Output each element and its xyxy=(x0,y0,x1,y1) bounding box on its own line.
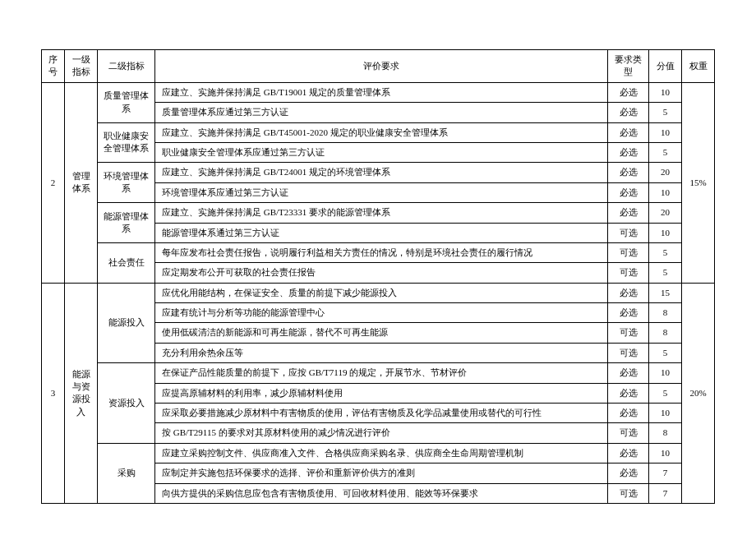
cell-weight: 15% xyxy=(682,82,715,283)
cell-type: 必选 xyxy=(608,182,649,202)
cell-lvl2: 质量管理体系 xyxy=(98,82,155,122)
header-seq: 序号 xyxy=(42,50,65,83)
cell-requirement: 应建立、实施并保持满足 GB/T23331 要求的能源管理体系 xyxy=(155,203,608,223)
cell-lvl2: 采购 xyxy=(98,443,155,503)
cell-type: 必选 xyxy=(608,363,649,383)
cell-requirement: 应建有统计与分析等功能的能源管理中心 xyxy=(155,303,608,323)
cell-score: 8 xyxy=(649,303,682,323)
cell-score: 5 xyxy=(649,103,682,122)
cell-lvl2: 职业健康安全管理体系 xyxy=(98,122,155,163)
cell-score: 10 xyxy=(649,443,682,463)
cell-score: 5 xyxy=(649,343,682,362)
table-row: 职业健康安全管理体系应建立、实施并保持满足 GB/T45001-2020 规定的… xyxy=(42,122,715,142)
cell-type: 必选 xyxy=(608,283,649,302)
cell-lvl2: 能源管理体系 xyxy=(98,203,155,243)
header-req: 评价要求 xyxy=(155,50,608,83)
cell-requirement: 应定期发布公开可获取的社会责任报告 xyxy=(155,263,608,283)
cell-lvl2: 能源投入 xyxy=(98,283,155,363)
cell-type: 可选 xyxy=(608,343,649,362)
cell-score: 10 xyxy=(649,82,682,102)
cell-type: 必选 xyxy=(608,303,649,323)
table-row: 能源管理体系应建立、实施并保持满足 GB/T23331 要求的能源管理体系必选2… xyxy=(42,203,715,223)
table-row: 采购应建立采购控制文件、供应商准入文件、合格供应商采购名录、供应商全生命周期管理… xyxy=(42,443,715,463)
table-header-row: 序号 一级指标 二级指标 评价要求 要求类型 分值 权重 xyxy=(42,50,715,83)
cell-score: 8 xyxy=(649,323,682,343)
header-weight: 权重 xyxy=(682,50,715,83)
cell-score: 5 xyxy=(649,242,682,262)
cell-lvl2: 环境管理体系 xyxy=(98,163,155,203)
cell-type: 可选 xyxy=(608,423,649,443)
cell-type: 可选 xyxy=(608,483,649,503)
cell-requirement: 应采取必要措施减少原材料中有害物质的使用，评估有害物质及化学品减量使用或替代的可… xyxy=(155,404,608,423)
cell-type: 可选 xyxy=(608,263,649,283)
cell-type: 可选 xyxy=(608,323,649,343)
cell-score: 15 xyxy=(649,283,682,302)
cell-requirement: 应建立、实施并保持满足 GB/T45001-2020 规定的职业健康安全管理体系 xyxy=(155,122,608,142)
cell-type: 必选 xyxy=(608,122,649,142)
cell-requirement: 充分利用余热余压等 xyxy=(155,343,608,362)
header-lvl2: 二级指标 xyxy=(98,50,155,83)
cell-requirement: 应建立、实施并保持满足 GB/T24001 规定的环境管理体系 xyxy=(155,163,608,182)
cell-lvl1: 管理体系 xyxy=(65,82,98,283)
cell-score: 10 xyxy=(649,223,682,242)
cell-lvl2: 社会责任 xyxy=(98,242,155,283)
cell-score: 20 xyxy=(649,203,682,223)
cell-score: 10 xyxy=(649,404,682,423)
cell-requirement: 在保证产品性能质量的前提下，应按 GB/T7119 的规定，开展节水、节材评价 xyxy=(155,363,608,383)
header-score: 分值 xyxy=(649,50,682,83)
table-row: 社会责任每年应发布社会责任报告，说明履行利益相关方责任的情况，特别是环境社会责任… xyxy=(42,242,715,262)
cell-type: 必选 xyxy=(608,163,649,182)
evaluation-table: 序号 一级指标 二级指标 评价要求 要求类型 分值 权重 2管理体系质量管理体系… xyxy=(41,49,715,504)
header-lvl1: 一级指标 xyxy=(65,50,98,83)
table-body: 2管理体系质量管理体系应建立、实施并保持满足 GB/T19001 规定的质量管理… xyxy=(42,82,715,503)
cell-requirement: 质量管理体系应通过第三方认证 xyxy=(155,103,608,122)
cell-seq: 2 xyxy=(42,82,65,283)
cell-score: 10 xyxy=(649,122,682,142)
table-row: 3能源与资源投入能源投入应优化用能结构，在保证安全、质量的前提下减少能源投入必选… xyxy=(42,283,715,302)
cell-type: 必选 xyxy=(608,443,649,463)
cell-score: 10 xyxy=(649,363,682,383)
cell-lvl1: 能源与资源投入 xyxy=(65,283,98,503)
cell-requirement: 使用低碳清洁的新能源和可再生能源，替代不可再生能源 xyxy=(155,323,608,343)
cell-requirement: 能源管理体系通过第三方认证 xyxy=(155,223,608,242)
cell-type: 可选 xyxy=(608,223,649,242)
cell-score: 5 xyxy=(649,263,682,283)
cell-type: 必选 xyxy=(608,404,649,423)
cell-requirement: 应制定并实施包括环保要求的选择、评价和重新评价供方的准则 xyxy=(155,464,608,483)
cell-type: 必选 xyxy=(608,464,649,483)
header-type: 要求类型 xyxy=(608,50,649,83)
cell-score: 5 xyxy=(649,383,682,403)
cell-requirement: 向供方提供的采购信息应包含有害物质使用、可回收材料使用、能效等环保要求 xyxy=(155,483,608,503)
table-row: 资源投入在保证产品性能质量的前提下，应按 GB/T7119 的规定，开展节水、节… xyxy=(42,363,715,383)
cell-requirement: 环境管理体系应通过第三方认证 xyxy=(155,182,608,202)
cell-score: 20 xyxy=(649,163,682,182)
cell-seq: 3 xyxy=(42,283,65,503)
cell-requirement: 应建立采购控制文件、供应商准入文件、合格供应商采购名录、供应商全生命周期管理机制 xyxy=(155,443,608,463)
cell-type: 必选 xyxy=(608,82,649,102)
cell-score: 7 xyxy=(649,464,682,483)
cell-score: 8 xyxy=(649,423,682,443)
cell-type: 必选 xyxy=(608,103,649,122)
cell-score: 7 xyxy=(649,483,682,503)
cell-requirement: 职业健康安全管理体系应通过第三方认证 xyxy=(155,142,608,162)
cell-requirement: 应提高原辅材料的利用率，减少原辅材料使用 xyxy=(155,383,608,403)
cell-type: 必选 xyxy=(608,203,649,223)
cell-type: 必选 xyxy=(608,142,649,162)
cell-score: 10 xyxy=(649,182,682,202)
cell-requirement: 每年应发布社会责任报告，说明履行利益相关方责任的情况，特别是环境社会责任的履行情… xyxy=(155,242,608,262)
table-row: 2管理体系质量管理体系应建立、实施并保持满足 GB/T19001 规定的质量管理… xyxy=(42,82,715,102)
cell-requirement: 应优化用能结构，在保证安全、质量的前提下减少能源投入 xyxy=(155,283,608,302)
cell-type: 可选 xyxy=(608,242,649,262)
cell-requirement: 按 GB/T29115 的要求对其原材料使用的减少情况进行评价 xyxy=(155,423,608,443)
cell-weight: 20% xyxy=(682,283,715,503)
cell-score: 5 xyxy=(649,142,682,162)
cell-requirement: 应建立、实施并保持满足 GB/T19001 规定的质量管理体系 xyxy=(155,82,608,102)
table-row: 环境管理体系应建立、实施并保持满足 GB/T24001 规定的环境管理体系必选2… xyxy=(42,163,715,182)
cell-lvl2: 资源投入 xyxy=(98,363,155,444)
cell-type: 必选 xyxy=(608,383,649,403)
